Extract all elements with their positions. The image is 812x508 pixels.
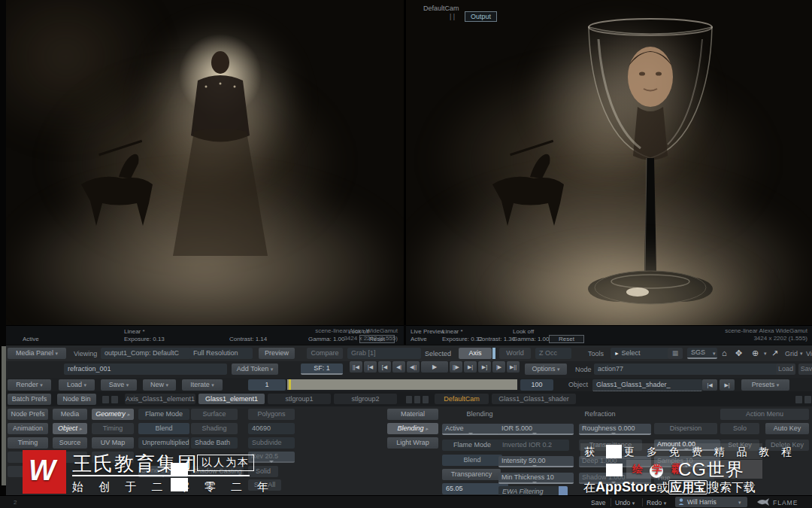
viewport-left[interactable] (6, 0, 404, 325)
exposure-value[interactable]: Exposure: 0.32 (442, 336, 483, 342)
end-frame-field[interactable]: 100 (520, 379, 553, 391)
chevron-down-icon[interactable]: ▾ (713, 351, 716, 357)
grab-field[interactable]: Grab [1] (347, 348, 421, 359)
next-keyframe-button[interactable]: |▶ (492, 361, 505, 373)
animation-button[interactable]: Animation (8, 423, 48, 434)
axis-toggle[interactable]: Axis (459, 348, 492, 359)
picker-icon[interactable]: ↗ (771, 348, 778, 358)
flame-mode-field[interactable]: Flame Mode (442, 440, 502, 451)
compare-button[interactable]: Compare (307, 348, 343, 359)
subdivide-field[interactable]: Subdivide (248, 437, 295, 449)
action-menu-button[interactable]: Action Menu (720, 409, 809, 420)
unpremultiplied-field[interactable]: Unpremultiplied (138, 437, 189, 449)
render-button[interactable]: Render ▾ (8, 379, 51, 391)
new-setup-button[interactable]: New ▾ (143, 379, 176, 391)
tool-select-field[interactable]: ► Select (611, 348, 669, 359)
blending-menu[interactable]: Blending ▸ (387, 423, 438, 434)
iterate-button[interactable]: Iterate ▾ (182, 379, 223, 391)
presets-button[interactable]: Presets ▾ (741, 379, 789, 391)
tab-stlgroup2[interactable]: stlgroup2 (334, 394, 397, 404)
add-token-button[interactable]: Add Token ▾ (232, 364, 278, 375)
material-menu[interactable]: Material (387, 409, 438, 420)
contrast-value[interactable]: Contrast: 1.30 (477, 336, 515, 342)
tab-glass-element[interactable]: Glass1_element1 (198, 394, 265, 404)
prev-edit-button[interactable]: [◀ (378, 361, 391, 373)
center-icon[interactable]: ⊕ (752, 348, 759, 358)
reset-button[interactable]: Reset (549, 335, 584, 343)
layout-grid-icon[interactable]: ▦ (668, 348, 683, 359)
inverted-ior-field[interactable]: Inverted IOR 0.2 (498, 440, 569, 451)
goto-start-button[interactable]: ||◀ (350, 361, 362, 373)
zocc-field[interactable]: Z Occ (535, 348, 571, 359)
timebar[interactable] (287, 379, 517, 390)
workspace-indicator[interactable]: 2 (14, 499, 17, 506)
object-name-field[interactable]: Glass1_Glass1_shader_ (592, 379, 702, 391)
resolution-mode-field[interactable]: Full Resolution (189, 348, 253, 359)
grid-dropdown[interactable]: Grid (785, 350, 798, 357)
next-edit-button[interactable]: ▶] (478, 361, 491, 373)
load-setup-button[interactable]: Load ▾ (59, 379, 95, 391)
view-dropdown[interactable]: View (806, 350, 812, 357)
tab-list-button[interactable] (804, 396, 811, 403)
viewing-mode-field[interactable]: output1_Comp: DefaultC (101, 348, 191, 359)
chevron-down-icon[interactable]: ▾ (800, 351, 803, 357)
play-reverse-button[interactable]: ◀|| (407, 361, 420, 373)
source-button[interactable]: Source (53, 437, 87, 449)
object-menu[interactable]: Object ▸ (53, 423, 87, 434)
auto-key-button[interactable]: Auto Key (765, 423, 809, 434)
roughness-slider[interactable]: Roughness 0.000 (579, 424, 651, 435)
prev-object-button[interactable]: |◀ (702, 379, 717, 391)
next-object-button[interactable]: ▶| (720, 379, 735, 391)
play-forward-button[interactable]: ||▶ (450, 361, 462, 373)
media-panel-button[interactable]: Media Panel ▾ (8, 348, 66, 359)
action-node-field[interactable]: action77 (594, 364, 779, 375)
tab-list-button[interactable] (795, 396, 802, 403)
start-frame-field[interactable]: SF: 1 (301, 364, 343, 375)
node-name-field[interactable]: refraction_001 (64, 364, 227, 375)
redo-button[interactable]: Redo ▾ (647, 499, 666, 506)
tab-option-button[interactable] (423, 396, 429, 403)
load-button[interactable]: Load (776, 364, 795, 375)
uv-map-button[interactable]: UV Map (92, 437, 134, 449)
viewport-right[interactable]: DefaultCam | | Output (406, 0, 812, 325)
contrast-value[interactable]: Contrast: 1.14 (229, 336, 267, 342)
intensity-slider[interactable]: Intensity 50.00 (498, 456, 574, 467)
geometry-menu[interactable]: Geometry ▸ (92, 409, 134, 420)
prev-keyframe-button[interactable]: |◀ (364, 361, 377, 373)
light-wrap-menu[interactable]: Light Wrap (387, 437, 438, 449)
save-button[interactable]: Save (798, 364, 812, 375)
home-icon[interactable]: ⌂ (722, 348, 727, 357)
tab-axis-element[interactable]: Axis_Glass1_element1 (125, 394, 195, 404)
goto-end-button[interactable]: ▶|| (507, 361, 520, 373)
node-bin-button[interactable]: Node Bin (57, 394, 96, 405)
transparency-button[interactable]: Transparency (442, 469, 501, 480)
tab-glass-shader[interactable]: Glass1_Glass1_shader (492, 394, 576, 404)
shade-bath-field[interactable]: Shade Bath (191, 437, 238, 449)
active-slider[interactable]: Active (442, 424, 501, 435)
output-badge[interactable]: Output (465, 11, 497, 22)
save-button[interactable]: Save (591, 499, 605, 506)
tab-default-cam[interactable]: DefaultCam (435, 394, 489, 404)
step-forward-button[interactable]: ▶| (464, 361, 477, 373)
tab-scroll-left[interactable] (102, 396, 109, 403)
surface-button[interactable]: Surface (191, 409, 238, 420)
ior-slider[interactable]: IOR 5.000 (498, 424, 574, 435)
chevron-down-icon[interactable]: ▾ (764, 351, 767, 357)
media-button[interactable]: Media (53, 409, 87, 420)
options-button[interactable]: Options ▾ (525, 364, 567, 375)
blend-field[interactable]: Blend (138, 423, 189, 434)
shading-button[interactable]: Shading (191, 423, 238, 434)
min-thickness-slider[interactable]: Min Thickness 10 (498, 473, 574, 484)
tab-scroll-right[interactable] (111, 396, 118, 403)
tab-stlgroup1[interactable]: stlgroup1 (268, 394, 331, 404)
user-menu[interactable]: Will Harris ▾ (675, 497, 747, 507)
node-prefs-button[interactable]: Node Prefs (8, 409, 48, 420)
rev-slider[interactable]: Rev 20.5 (248, 452, 295, 463)
blend-field[interactable]: Blend (442, 455, 502, 466)
selected-toggle[interactable]: Selected (425, 350, 451, 357)
tab-option-button[interactable] (406, 396, 412, 403)
save-setup-button[interactable]: Save ▾ (101, 379, 137, 391)
world-toggle[interactable]: World (499, 348, 531, 359)
batch-prefs-button[interactable]: Batch Prefs (8, 394, 51, 405)
step-back-button[interactable]: ◀| (392, 361, 405, 373)
